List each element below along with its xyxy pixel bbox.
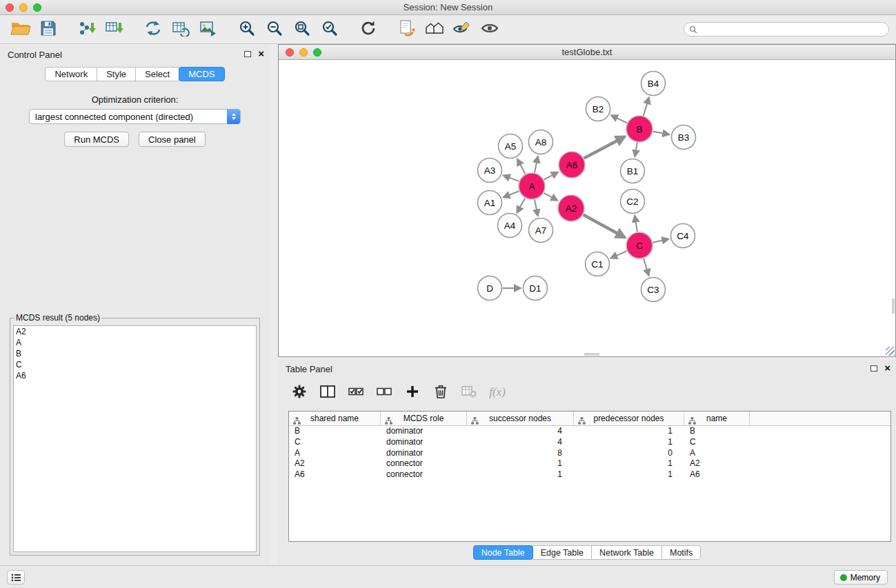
zoom-selected-button[interactable] (316, 17, 344, 42)
search-input[interactable] (700, 25, 884, 34)
criterion-dropdown[interactable]: largest connected component (directed) (29, 109, 241, 124)
horizontal-scrollbar[interactable] (584, 353, 599, 356)
node-C[interactable]: C (626, 232, 653, 258)
apply-layout-button[interactable] (393, 17, 421, 42)
table-options-button[interactable] (291, 382, 308, 403)
float-panel-icon[interactable] (244, 51, 251, 57)
column-header-successor-nodes[interactable]: successor nodes (467, 412, 574, 425)
edge-B-B2[interactable] (611, 115, 627, 123)
close-table-panel-icon[interactable]: × (884, 363, 890, 373)
close-panel-button[interactable]: Close panel (139, 132, 206, 147)
tab-style[interactable]: Style (97, 67, 136, 81)
network-close-button[interactable] (286, 48, 294, 57)
edge-A2-C[interactable] (584, 215, 625, 238)
edge-A-A7[interactable] (535, 200, 538, 216)
save-session-button[interactable] (34, 17, 62, 42)
network-zoom-button[interactable] (313, 48, 321, 57)
close-panel-icon[interactable]: × (258, 49, 264, 59)
mcds-result-item[interactable]: A (14, 337, 256, 348)
import-table-from-file-button[interactable] (101, 17, 128, 42)
tab-node-table[interactable]: Node Table (473, 545, 533, 560)
node-C2[interactable]: C2 (621, 190, 645, 214)
node-C3[interactable]: C3 (641, 278, 666, 302)
edge-A-A1[interactable] (504, 191, 519, 197)
zoom-out-button[interactable] (261, 17, 288, 42)
table-row[interactable]: Bdominator41B (289, 426, 890, 437)
edge-B-B3[interactable] (653, 132, 669, 134)
mcds-result-item[interactable]: B (14, 348, 256, 359)
node-A7[interactable]: A7 (529, 219, 553, 243)
zoom-window-button[interactable] (33, 3, 41, 12)
node-A[interactable]: A (519, 173, 545, 199)
node-A8[interactable]: A8 (529, 130, 553, 154)
node-B4[interactable]: B4 (641, 72, 666, 96)
resize-grip-icon[interactable] (886, 347, 895, 356)
close-window-button[interactable] (6, 3, 14, 12)
node-B2[interactable]: B2 (586, 97, 610, 121)
table-row[interactable]: Adominator80A (289, 448, 890, 459)
column-header-shared-name[interactable]: shared name (289, 412, 381, 425)
memory-button[interactable]: Memory (834, 570, 888, 585)
edge-B-B1[interactable] (635, 143, 637, 156)
node-A5[interactable]: A5 (499, 134, 523, 159)
mcds-result-item[interactable]: A2 (14, 326, 256, 337)
mcds-result-item[interactable]: C (14, 359, 256, 370)
zoom-in-button[interactable] (233, 17, 261, 42)
edge-A-A4[interactable] (517, 198, 526, 212)
deselect-all-rows-button[interactable] (376, 382, 392, 403)
node-B3[interactable]: B3 (672, 125, 696, 150)
edge-C-C4[interactable] (653, 239, 669, 243)
show-graphics-details-button[interactable] (476, 17, 504, 42)
edge-A-A5[interactable] (517, 159, 526, 174)
edge-A-A2[interactable] (544, 193, 557, 201)
import-network-from-file-button[interactable] (73, 17, 101, 42)
float-table-panel-icon[interactable] (870, 365, 877, 372)
annotation-mode-button[interactable] (448, 17, 476, 42)
panel-selector-button[interactable] (7, 570, 25, 585)
add-row-button[interactable] (404, 382, 421, 403)
tab-motifs[interactable]: Motifs (661, 545, 701, 560)
refresh-layout-button[interactable] (355, 17, 382, 42)
new-network-button[interactable] (139, 17, 167, 42)
open-session-button[interactable] (7, 17, 34, 42)
node-B[interactable]: B (626, 116, 653, 142)
function-builder-button[interactable]: f(x) (489, 382, 506, 403)
node-D1[interactable]: D1 (524, 276, 548, 301)
new-table-button[interactable] (167, 17, 195, 42)
table-row[interactable]: Cdominator41C (289, 437, 890, 448)
delete-rows-button[interactable] (432, 382, 449, 403)
run-mcds-button[interactable]: Run MCDS (64, 132, 129, 147)
edge-B-B4[interactable] (644, 98, 649, 116)
edge-A-A6[interactable] (544, 172, 558, 180)
edge-A-A3[interactable] (504, 176, 519, 181)
edge-A6-B[interactable] (584, 136, 625, 158)
node-A4[interactable]: A4 (498, 214, 522, 238)
tab-select[interactable]: Select (135, 67, 179, 81)
column-header-mcds-role[interactable]: MCDS role (381, 412, 467, 425)
vertical-scrollbar[interactable] (892, 298, 895, 314)
column-header-predecessor-nodes[interactable]: predecessor nodes (574, 412, 684, 425)
table-row[interactable]: A6connector11A6 (289, 469, 890, 480)
node-C1[interactable]: C1 (586, 252, 610, 276)
tab-edge-table[interactable]: Edge Table (532, 545, 592, 560)
network-minimize-button[interactable] (299, 48, 308, 57)
export-image-button[interactable] (195, 17, 222, 42)
node-A6[interactable]: A6 (559, 152, 585, 178)
table-row[interactable]: A2connector11A2 (289, 458, 890, 469)
node-B1[interactable]: B1 (621, 159, 645, 183)
search-box[interactable] (684, 22, 889, 37)
network-canvas[interactable]: B4B2BB3A5A8A6A3B1AC2A1A2A4A7C4CC1C3DD1 (279, 60, 895, 356)
edge-C-C1[interactable] (611, 251, 627, 258)
node-D[interactable]: D (478, 276, 502, 301)
edge-A-A8[interactable] (535, 156, 538, 172)
node-A2[interactable]: A2 (558, 195, 584, 221)
home-button[interactable] (421, 17, 448, 42)
select-all-rows-button[interactable] (348, 382, 364, 403)
zoom-fit-button[interactable] (288, 17, 316, 42)
edge-C-C2[interactable] (635, 216, 637, 232)
node-A3[interactable]: A3 (478, 159, 502, 183)
node-A1[interactable]: A1 (478, 191, 502, 215)
delete-table-button[interactable] (461, 382, 477, 403)
column-header-name[interactable]: name (684, 412, 750, 425)
minimize-window-button[interactable] (19, 3, 28, 12)
